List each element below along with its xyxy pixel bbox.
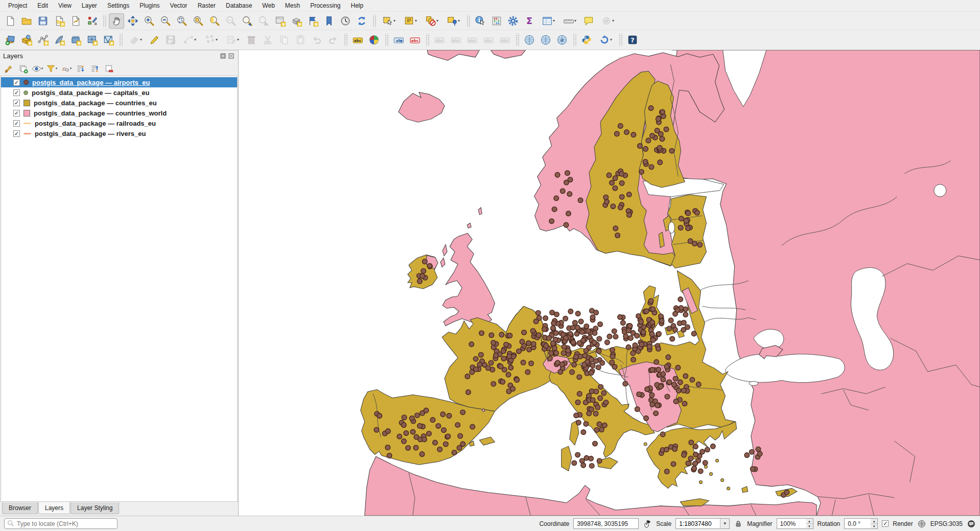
panel-close-button[interactable] bbox=[227, 52, 235, 60]
toolbar-help-contents-button[interactable]: ? bbox=[625, 32, 640, 48]
toolbar-new-map-view-button[interactable] bbox=[272, 13, 288, 29]
menu-plugins[interactable]: Plugins bbox=[134, 1, 165, 11]
layer-item-2[interactable]: ✓postgis_data_package — countries_eu bbox=[1, 98, 237, 108]
toolbar-new-3d-map-view-button[interactable] bbox=[289, 13, 304, 29]
layers-panel-open-layer-styling-button[interactable] bbox=[2, 62, 15, 75]
toolbar-layout-manager-button[interactable] bbox=[68, 13, 83, 29]
toolbar-show-statistics-button[interactable]: Σ bbox=[522, 13, 537, 29]
toolbar-zoom-next-button[interactable] bbox=[256, 13, 271, 29]
layers-panel-filter-legend-button[interactable]: ▾ bbox=[45, 62, 58, 75]
toolbar-style-manager-button[interactable]: a bbox=[84, 13, 100, 29]
layer-item-5[interactable]: ✓postgis_data_package — rivers_eu bbox=[1, 128, 237, 138]
menu-database[interactable]: Database bbox=[221, 1, 257, 11]
toolbar-temporal-controller-button[interactable] bbox=[338, 13, 353, 29]
dropdown-arrow-icon[interactable]: ▾ bbox=[458, 19, 460, 23]
dropdown-arrow-icon[interactable]: ▾ bbox=[436, 19, 438, 23]
layer-checkbox[interactable]: ✓ bbox=[13, 79, 20, 86]
toolbar-zoom-full-button[interactable] bbox=[174, 13, 190, 29]
scale-dropdown-arrow[interactable]: ▼ bbox=[720, 519, 729, 528]
toolbar-move-label-button[interactable]: abc bbox=[432, 32, 447, 48]
panel-tab-browser[interactable]: Browser bbox=[2, 502, 38, 514]
toolbar-new-geopackage-db-button[interactable] bbox=[19, 32, 34, 48]
dropdown-arrow-icon[interactable]: ▾ bbox=[70, 66, 72, 71]
toolbar-new-spatialite-layer-button[interactable] bbox=[68, 32, 83, 48]
panel-float-button[interactable] bbox=[219, 52, 227, 60]
rotation-spinner[interactable]: ▲▼ bbox=[871, 518, 878, 529]
dropdown-arrow-icon[interactable]: ▾ bbox=[140, 38, 142, 42]
toolbar-pan-to-selection-button[interactable] bbox=[125, 13, 141, 29]
toolbar-redo-button[interactable] bbox=[325, 32, 341, 48]
map-canvas[interactable] bbox=[239, 50, 980, 516]
toolbar-select-by-location-button[interactable]: ▾ bbox=[443, 13, 463, 29]
toolbar-refresh-map-button[interactable] bbox=[354, 13, 369, 29]
toolbar-pin-labels-button[interactable]: ab bbox=[391, 32, 406, 48]
toolbar-zoom-out-button[interactable] bbox=[158, 13, 173, 29]
toolbar-deselect-features-button[interactable]: ▾ bbox=[422, 13, 442, 29]
magnifier-input[interactable] bbox=[777, 518, 806, 529]
toolbar-web-service-1-button[interactable] bbox=[538, 32, 553, 48]
menu-view[interactable]: View bbox=[53, 1, 77, 11]
toolbar-web-service-2-button[interactable]: at bbox=[554, 32, 570, 48]
layers-panel-expand-all-button[interactable] bbox=[74, 62, 87, 75]
toolbar-run-feature-action-button[interactable]: ▾ bbox=[597, 13, 618, 29]
toolbar-layer-styling-button[interactable] bbox=[366, 32, 382, 48]
toolbar-show-bookmarks-button[interactable] bbox=[321, 13, 337, 29]
toolbar-map-tips-button[interactable] bbox=[581, 13, 596, 29]
menu-help[interactable]: Help bbox=[346, 1, 369, 11]
toolbar-rotate-label-button[interactable]: abc bbox=[448, 32, 463, 48]
toolbar-processing-toolbox-button[interactable] bbox=[505, 13, 521, 29]
toolbar-measure-button[interactable]: ▾ bbox=[559, 13, 580, 29]
dropdown-arrow-icon[interactable]: ▾ bbox=[237, 38, 239, 42]
toolbar-new-project-button[interactable] bbox=[3, 13, 18, 29]
layer-checkbox[interactable]: ✓ bbox=[13, 120, 20, 127]
toolbar-paste-features-button[interactable] bbox=[293, 32, 308, 48]
toolbar-zoom-last-button[interactable] bbox=[240, 13, 255, 29]
layer-checkbox[interactable]: ✓ bbox=[13, 89, 20, 96]
layers-panel-manage-visibility-button[interactable]: ▾ bbox=[31, 62, 44, 75]
scale-input[interactable] bbox=[676, 520, 720, 527]
scale-combo[interactable]: ▼ bbox=[675, 518, 730, 529]
menu-raster[interactable]: Raster bbox=[193, 1, 221, 11]
dropdown-arrow-icon[interactable]: ▾ bbox=[612, 19, 614, 23]
menu-web[interactable]: Web bbox=[257, 1, 279, 11]
panel-tab-layers[interactable]: Layers bbox=[38, 502, 70, 514]
toolbar-new-shapefile-layer-button[interactable] bbox=[35, 32, 51, 48]
menu-project[interactable]: Project bbox=[3, 1, 32, 11]
dropdown-arrow-icon[interactable]: ▾ bbox=[610, 38, 612, 42]
toolbar-zoom-native-button[interactable]: 1:1 bbox=[223, 13, 239, 29]
layers-panel-collapse-all-button[interactable] bbox=[88, 62, 101, 75]
toolbar-statistical-summary-button[interactable] bbox=[489, 13, 504, 29]
toolbar-open-attribute-table-button[interactable]: ▾ bbox=[538, 13, 558, 29]
dropdown-arrow-icon[interactable]: ▾ bbox=[393, 19, 395, 23]
toolbar-zoom-in-button[interactable] bbox=[142, 13, 157, 29]
toolbar-current-edits-button[interactable]: ▾ bbox=[125, 32, 146, 48]
toolbar-vertex-tool-button[interactable]: ▾ bbox=[201, 32, 221, 48]
toolbar-select-by-value-button[interactable]: ▾ bbox=[400, 13, 421, 29]
toolbar-toggle-editing-button[interactable] bbox=[147, 32, 162, 48]
toolbar-digitize-with-segment-button[interactable]: ▾ bbox=[179, 32, 200, 48]
toolbar-new-print-layout-button[interactable] bbox=[52, 13, 67, 29]
menu-processing[interactable]: Processing bbox=[305, 1, 345, 11]
dropdown-arrow-icon[interactable]: ▾ bbox=[216, 38, 218, 42]
layer-item-3[interactable]: ✓postgis_data_package — countries_world bbox=[1, 108, 237, 118]
toolbar-open-project-button[interactable] bbox=[19, 13, 34, 29]
toolbar-highlight-pinned-labels-button[interactable]: abc bbox=[407, 32, 423, 48]
magnifier-spinner[interactable]: ▲▼ bbox=[806, 518, 813, 529]
layer-item-1[interactable]: ✓postgis_data_package — capitals_eu bbox=[1, 87, 237, 98]
toolbar-layer-labeling-button[interactable]: abc bbox=[350, 32, 365, 48]
toolbar-python-console-button[interactable] bbox=[579, 32, 594, 48]
layer-item-4[interactable]: ✓postgis_data_package — railroads_eu bbox=[1, 118, 237, 128]
menu-edit[interactable]: Edit bbox=[32, 1, 53, 11]
toolbar-undo-button[interactable] bbox=[309, 32, 324, 48]
dropdown-arrow-icon[interactable]: ▾ bbox=[41, 66, 43, 71]
toolbar-save-project-button[interactable] bbox=[35, 13, 51, 29]
layers-panel-remove-layer-button[interactable] bbox=[102, 62, 115, 75]
toolbar-pan-map-button[interactable] bbox=[109, 13, 124, 29]
scale-lock-button[interactable] bbox=[734, 519, 743, 528]
toolbar-zoom-to-selection-button[interactable] bbox=[191, 13, 206, 29]
coordinate-input[interactable] bbox=[573, 518, 639, 529]
layer-checkbox[interactable]: ✓ bbox=[13, 100, 20, 106]
toolbar-zoom-to-layer-button[interactable] bbox=[207, 13, 222, 29]
toolbar-cut-features-button[interactable] bbox=[260, 32, 275, 48]
toolbar-new-mesh-layer-button[interactable] bbox=[101, 32, 116, 48]
